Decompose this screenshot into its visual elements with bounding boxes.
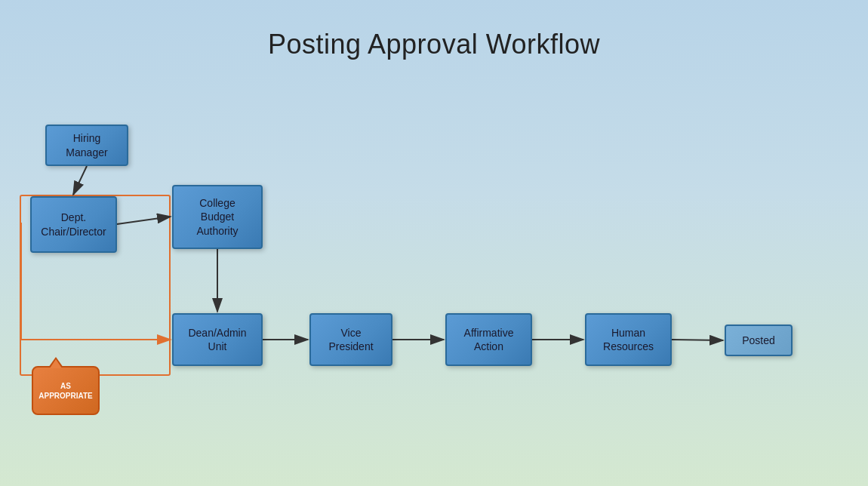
dean-node: Dean/Admin Unit [172,313,263,366]
affirmative-action-node: Affirmative Action [445,313,532,366]
college-budget-node: College Budget Authority [172,185,263,249]
dept-chair-node: Dept. Chair/Director [30,196,117,253]
vp-node: Vice President [309,313,392,366]
hiring-manager-node: Hiring Manager [45,125,128,166]
svg-line-3 [117,217,171,224]
svg-line-10 [672,340,723,340]
posted-node: Posted [725,325,793,356]
svg-line-2 [73,166,87,195]
diagram-container: Posting Approval Workflow [0,0,868,486]
arrows-svg [0,0,868,486]
callout-bubble: AS APPROPRIATE [32,366,100,415]
page-title: Posting Approval Workflow [0,0,868,60]
human-resources-node: Human Resources [585,313,672,366]
